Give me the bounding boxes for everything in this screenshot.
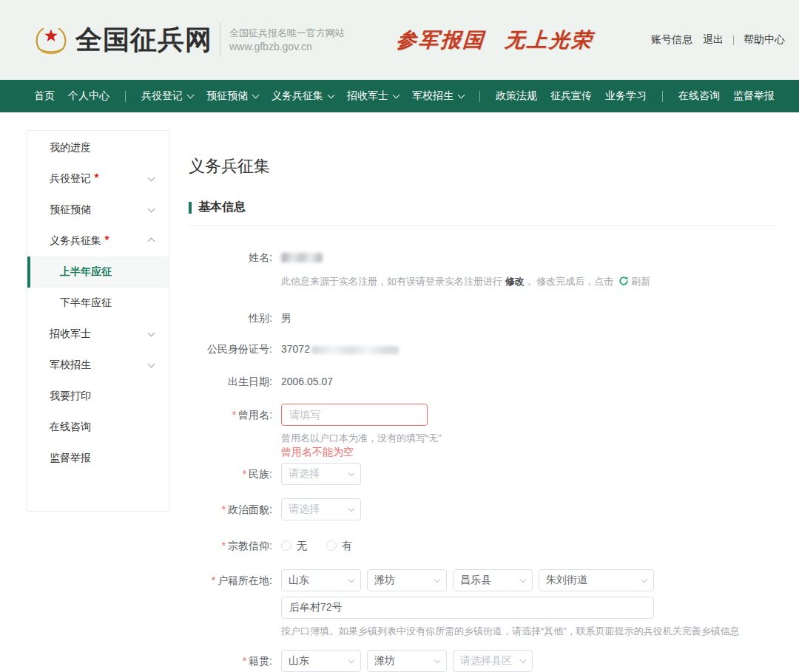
logout-link[interactable]: 退出 [703,33,724,47]
chevron-down-icon [148,361,155,368]
site-url: www.gfbzb.gov.cn [229,40,345,54]
header-divider [220,23,220,57]
form-row-religion: *宗教信仰: 无 有 [189,538,777,553]
form-row-political-status: *政治面貌: 请选择 [189,498,777,520]
ethnicity-label: *民族: [189,463,272,485]
nav-policy[interactable]: 政策法规 [496,89,537,103]
id-number-label: 公民身份证号: [189,342,272,356]
sidebar-item-second-half[interactable]: 下半年应征 [27,288,169,319]
residence-label: *户籍所在地: [189,569,272,591]
form-row-ethnicity: *民族: 请选择 [189,463,777,485]
nav-pre-recruit[interactable]: 预征预储 [206,89,258,103]
nav-military-academy[interactable]: 军校招生 [412,89,464,103]
ethnicity-select[interactable]: 请选择 [281,463,361,485]
sidebar-item-recruit-sergeant[interactable]: 招收军士 [27,319,169,350]
chevron-down-icon [520,577,526,583]
nav-supervision-report[interactable]: 监督举报 [733,89,775,103]
sidebar-item-service-registration[interactable]: 兵役登记★ [27,163,169,194]
nav-home[interactable]: 首页 [34,89,55,103]
sidebar-item-military-academy[interactable]: 军校招生 [27,350,169,381]
redacted-id-digits [311,346,399,354]
residence-city-select[interactable]: 潍坊 [367,569,447,591]
site-tagline: 全国征兵报名唯一官方网站 www.gfbzb.gov.cn [229,26,345,54]
name-label: 姓名: [189,250,272,265]
chevron-down-icon [148,174,155,182]
required-star-icon: ★ [93,172,100,180]
main-content: 义务兵征集 基本信息 姓名: 此信息来源于实名注册，如有误请登录实名注册进行 修… [189,130,799,672]
form-row-gender: 性别: 男 [189,310,777,325]
site-header: 全国征兵网 全国征兵报名唯一官方网站 www.gfbzb.gov.cn 参军报国… [0,0,799,80]
sidebar: 我的进度 兵役登记★ 预征预储 义务兵征集★ 上半年应征 下半年应征 招收军士 … [27,130,169,512]
redacted-name [281,253,323,262]
form-row-name: 姓名: 此信息来源于实名注册，如有误请登录实名注册进行 修改， 修改完成后，点击… [189,250,777,288]
sidebar-item-first-half[interactable]: 上半年应征 [27,257,169,288]
sidebar-item-pre-recruit[interactable]: 预征预储 [27,194,169,225]
sidebar-item-online-consult[interactable]: 在线咨询 [27,412,169,443]
refresh-icon [618,276,629,286]
origin-city-select[interactable]: 潍坊 [367,650,447,672]
nav-separator [125,91,126,102]
chevron-down-icon [348,506,354,512]
religion-radio-group: 无 有 [281,538,371,553]
nav-online-consult[interactable]: 在线咨询 [678,89,720,103]
nav-service-registration[interactable]: 兵役登记 [141,89,193,103]
id-number-value: 37072 [281,342,399,356]
origin-county-select[interactable]: 请选择县区 [453,650,533,672]
birth-date-value: 2006.05.07 [281,374,333,389]
chevron-down-icon [187,91,195,98]
chevron-down-icon [458,91,465,98]
religion-radio-none[interactable]: 无 [281,538,307,553]
residence-selects: 山东 潍坊 昌乐县 朱刘街道 [281,569,740,591]
chevron-up-icon [148,237,155,245]
gender-value: 男 [281,310,291,325]
birth-date-label: 出生日期: [189,374,272,389]
section-basic-info: 基本信息 [189,200,777,226]
residence-county-select[interactable]: 昌乐县 [453,569,533,591]
account-links: 账号信息 退出 帮助中心 [646,33,792,47]
sidebar-item-print[interactable]: 我要打印 [27,381,169,412]
chevron-down-icon [148,330,155,337]
nav-personal-center[interactable]: 个人中心 [68,89,109,103]
modify-link[interactable]: 修改 [505,276,525,287]
religion-label: *宗教信仰: [189,538,272,553]
political-status-select[interactable]: 请选择 [281,498,361,520]
sidebar-item-conscription[interactable]: 义务兵征集★ [27,225,169,257]
sidebar-item-progress[interactable]: 我的进度 [27,132,169,163]
chevron-down-icon [434,657,440,663]
nav-conscription[interactable]: 义务兵征集 [272,89,334,103]
political-status-label: *政治面貌: [189,498,272,520]
chevron-down-icon [434,577,440,583]
account-info-link[interactable]: 账号信息 [651,33,692,47]
nav-business-study[interactable]: 业务学习 [605,89,647,103]
slogan-calligraphy: 参军报国 无上光荣 [396,27,595,53]
form-row-birth-date: 出生日期: 2006.05.07 [189,374,777,389]
origin-selects: 山东 潍坊 请选择县区 [281,650,533,672]
sidebar-item-report[interactable]: 监督举报 [27,443,169,474]
required-marker: * [232,409,236,421]
chevron-down-icon [641,577,647,583]
radio-icon [281,540,291,551]
main-nav: 首页 个人中心 兵役登记 预征预储 义务兵征集 招收军士 军校招生 政策法规 征… [0,80,799,112]
radio-icon [326,540,337,551]
gender-label: 性别: [189,310,272,325]
residence-province-select[interactable]: 山东 [281,569,361,591]
refresh-action[interactable]: 刷新 [616,276,650,287]
chevron-down-icon [520,657,526,663]
residence-town-select[interactable]: 朱刘街道 [539,569,654,591]
nav-recruit-sergeant[interactable]: 招收军士 [347,89,399,103]
form-row-residence: *户籍所在地: 山东 潍坊 昌乐县 朱刘街道 按户口簿填。如果乡镇列表中没有你所… [189,569,777,638]
help-center-link[interactable]: 帮助中心 [744,33,785,47]
section-title: 基本信息 [198,200,246,215]
former-name-input[interactable] [281,404,428,426]
site-name: 全国征兵网 [75,22,212,58]
chevron-down-icon [348,577,354,583]
religion-radio-yes[interactable]: 有 [326,538,352,553]
page-title: 义务兵征集 [189,155,777,177]
nav-separator [479,91,480,102]
origin-province-select[interactable]: 山东 [281,650,361,672]
chevron-down-icon [348,470,354,476]
form-row-former-name: *曾用名: 曾用名以户口本为准，没有的填写“无” 曾用名不能为空 [189,404,777,458]
residence-address-input[interactable] [281,597,654,619]
nav-propaganda[interactable]: 征兵宣传 [550,89,592,103]
basic-info-form: 姓名: 此信息来源于实名注册，如有误请登录实名注册进行 修改， 修改完成后，点击… [189,250,777,672]
